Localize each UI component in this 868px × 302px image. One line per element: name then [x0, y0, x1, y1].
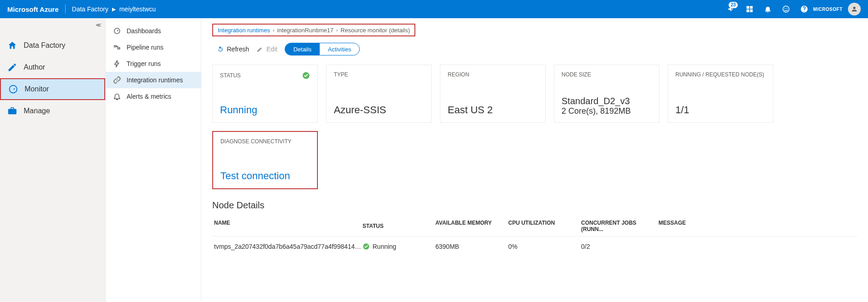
nav-label: Data Factory	[24, 41, 66, 50]
collapse-nav-icon[interactable]: ≪	[96, 22, 102, 28]
tab-activities[interactable]: Activities	[320, 43, 359, 55]
nodesize-sub: 2 Core(s), 8192MB	[562, 106, 652, 116]
nodes-value: 1/1	[675, 104, 766, 116]
nav-label: Monitor	[25, 85, 49, 93]
refresh-icon	[217, 45, 224, 53]
pencil-icon	[7, 62, 17, 72]
bell-icon	[764, 5, 772, 13]
nav2-label: Dashboards	[127, 27, 161, 35]
toolbar: Refresh Edit Details Activities	[212, 41, 857, 57]
breadcrumb-runtime[interactable]: integrationRuntime17	[277, 27, 334, 34]
edit-button: Edit	[256, 45, 277, 53]
nav-manage[interactable]: Manage	[0, 100, 105, 122]
toolbox-icon	[7, 106, 17, 116]
check-circle-icon	[363, 243, 370, 250]
bell-outline-icon	[113, 92, 121, 101]
nav2-label: Pipeline runs	[127, 44, 163, 51]
grid-icon	[745, 5, 754, 13]
pipeline-icon	[113, 43, 121, 51]
card-label: REGION	[448, 71, 538, 78]
notification-badge: 23	[729, 2, 737, 8]
card-node-size: NODE SIZE Standard_D2_v3 2 Core(s), 8192…	[554, 65, 659, 123]
card-label: DIAGNOSE CONNECTIVITY	[220, 138, 310, 145]
nav-data-factory[interactable]: Data Factory	[0, 35, 105, 56]
nav2-label: Trigger runs	[127, 60, 161, 67]
cell-jobs: 0/2	[581, 243, 659, 250]
summary-cards: STATUS Running TYPE Azure-SSIS REGION Ea…	[212, 65, 857, 189]
smiley-icon	[782, 5, 790, 13]
nav-author[interactable]: Author	[0, 56, 105, 78]
nav2-label: Integration runtimes	[127, 76, 183, 84]
secondary-nav: Dashboards Pipeline runs Trigger runs In…	[106, 18, 201, 302]
alerts-button[interactable]	[759, 0, 777, 18]
node-details-title: Node Details	[212, 200, 857, 211]
nav-label: Author	[24, 63, 45, 71]
link-icon	[113, 76, 121, 84]
instance-name[interactable]: meiyltestwcu	[119, 5, 156, 13]
user-avatar[interactable]	[848, 3, 861, 15]
region-value: East US 2	[448, 104, 538, 116]
help-button[interactable]	[795, 0, 813, 18]
nav2-integration-runtimes[interactable]: Integration runtimes	[106, 72, 201, 88]
refresh-button[interactable]: Refresh	[217, 45, 249, 53]
directory-button[interactable]	[740, 0, 759, 18]
col-mem-header[interactable]: AVAILABLE MEMORY	[435, 220, 508, 232]
dashboard-icon	[113, 27, 121, 35]
card-label: STATUS	[220, 72, 241, 79]
service-name[interactable]: Data Factory	[72, 5, 108, 13]
cell-status: Running	[373, 243, 396, 250]
nav2-alerts-metrics[interactable]: Alerts & metrics	[106, 88, 201, 105]
cell-memory: 6390MB	[435, 243, 508, 250]
tenant-label: MICROSOFT	[813, 7, 843, 12]
breadcrumb-page: Resource monitor (details)	[341, 27, 410, 34]
cell-name: tvmps_2a207432f0da7b6a45a79acd77a4f99841…	[212, 243, 363, 250]
nav2-trigger-runs[interactable]: Trigger runs	[106, 55, 201, 72]
main-content: Integration runtimes › integrationRuntim…	[201, 18, 868, 302]
card-type: TYPE Azure-SSIS	[326, 65, 432, 123]
chevron-right-icon: ›	[336, 27, 338, 33]
node-table-header: NAME STATUS AVAILABLE MEMORY CPU UTILIZA…	[212, 220, 857, 237]
svg-point-2	[786, 8, 787, 9]
gauge-icon	[8, 84, 18, 94]
svg-point-1	[784, 8, 785, 9]
view-tabs: Details Activities	[285, 43, 360, 55]
tab-details[interactable]: Details	[285, 43, 320, 55]
primary-nav: ≪ Data Factory Author Monitor Manage	[0, 18, 106, 302]
card-label: NODE SIZE	[562, 71, 652, 78]
svg-point-0	[783, 6, 789, 12]
chevron-right-icon: ›	[273, 27, 275, 33]
notifications-megaphone-button[interactable]: 23	[722, 0, 740, 18]
chevron-right-icon: ▶	[112, 6, 116, 12]
nav2-pipeline-runs[interactable]: Pipeline runs	[106, 39, 201, 55]
question-icon	[800, 5, 808, 13]
nodesize-value: Standard_D2_v3	[562, 96, 652, 106]
card-status: STATUS Running	[212, 65, 318, 123]
col-jobs-header[interactable]: CONCURRENT JOBS (RUNN...	[581, 220, 659, 232]
person-icon	[851, 5, 858, 13]
breadcrumb-root[interactable]: Integration runtimes	[218, 27, 270, 34]
trigger-icon	[113, 60, 121, 68]
card-label: TYPE	[334, 71, 424, 78]
table-row[interactable]: tvmps_2a207432f0da7b6a45a79acd77a4f99841…	[212, 237, 857, 257]
cell-cpu: 0%	[508, 243, 581, 250]
type-value: Azure-SSIS	[334, 104, 424, 116]
feedback-button[interactable]	[777, 0, 795, 18]
card-region: REGION East US 2	[440, 65, 546, 123]
col-name-header[interactable]: NAME	[212, 220, 363, 232]
nav-monitor[interactable]: Monitor	[0, 78, 105, 100]
test-connection-link[interactable]: Test connection	[220, 170, 310, 182]
col-status-header[interactable]: STATUS	[363, 220, 435, 232]
card-running-nodes: RUNNING / REQUESTED NODE(S) 1/1	[668, 65, 773, 123]
status-value[interactable]: Running	[220, 104, 310, 116]
card-diagnose-connectivity: DIAGNOSE CONNECTIVITY Test connection	[212, 131, 318, 189]
col-msg-header[interactable]: MESSAGE	[659, 220, 857, 232]
header-divider	[65, 5, 66, 14]
nav-label: Manage	[24, 107, 50, 115]
azure-logo-text: Microsoft Azure	[7, 5, 59, 13]
breadcrumb: Integration runtimes › integrationRuntim…	[212, 24, 415, 36]
col-cpu-header[interactable]: CPU UTILIZATION	[508, 220, 581, 232]
nav2-dashboards[interactable]: Dashboards	[106, 23, 201, 39]
nav2-label: Alerts & metrics	[127, 93, 171, 100]
check-circle-icon	[302, 71, 310, 80]
home-icon	[7, 40, 17, 50]
